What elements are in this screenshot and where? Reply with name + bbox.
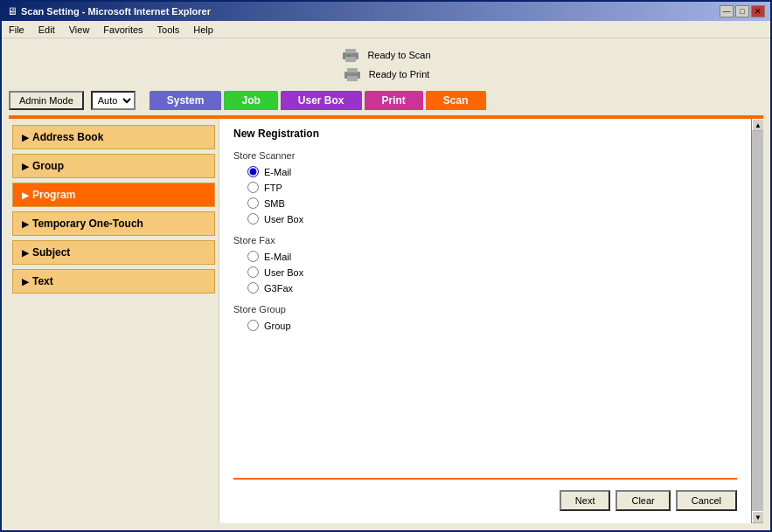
sidebar: ▶ Address Book ▶ Group ▶ Program ▶ Tempo… <box>9 119 219 523</box>
menu-help[interactable]: Help <box>190 24 217 36</box>
radio-email[interactable] <box>247 166 259 177</box>
svg-rect-2 <box>345 57 356 62</box>
menu-edit[interactable]: Edit <box>35 24 59 36</box>
printer-icon <box>343 66 362 82</box>
scroll-down-button[interactable]: ▼ <box>752 511 763 523</box>
menu-view[interactable]: View <box>66 24 94 36</box>
sidebar-label-text: Text <box>32 275 53 287</box>
scanner-email-label: E-Mail <box>264 167 291 177</box>
title-bar-left: 🖥 Scan Setting - Microsoft Internet Expl… <box>7 5 211 17</box>
radio-fax-userbox[interactable] <box>247 266 259 278</box>
tab-job[interactable]: Job <box>224 91 277 110</box>
svg-rect-5 <box>347 68 358 73</box>
menu-tools[interactable]: Tools <box>154 24 184 36</box>
scroll-track[interactable] <box>752 131 763 511</box>
radio-smb[interactable] <box>247 197 259 209</box>
scanner-ftp-label: FTP <box>264 183 282 193</box>
fax-g3fax-label: G3Fax <box>264 283 293 294</box>
sidebar-label-program: Program <box>32 189 75 201</box>
radio-ftp[interactable] <box>247 182 259 193</box>
sidebar-item-text[interactable]: ▶ Text <box>12 269 215 294</box>
sidebar-item-temporary-one-touch[interactable]: ▶ Temporary One-Touch <box>12 211 215 236</box>
radio-group[interactable] <box>247 320 259 331</box>
clear-button[interactable]: Clear <box>616 490 670 511</box>
store-fax-options: E-Mail User Box G3Fax <box>247 251 737 294</box>
main-layout: ▶ Address Book ▶ Group ▶ Program ▶ Tempo… <box>9 119 763 523</box>
sidebar-label-group: Group <box>32 160 64 172</box>
radio-userbox[interactable] <box>247 213 259 225</box>
store-fax-label: Store Fax <box>233 235 737 245</box>
scroll-up-button[interactable]: ▲ <box>752 119 763 131</box>
close-button[interactable]: ✕ <box>751 5 765 17</box>
fax-userbox-label: User Box <box>264 267 303 278</box>
scanner-option-smb[interactable]: SMB <box>247 197 737 209</box>
admin-mode-button[interactable]: Admin Mode <box>9 91 84 110</box>
sidebar-item-program[interactable]: ▶ Program <box>12 183 215 207</box>
menu-bar: File Edit View Favorites Tools Help <box>2 21 770 38</box>
sidebar-item-group[interactable]: ▶ Group <box>12 154 215 178</box>
arrow-icon-subject: ▶ <box>22 248 29 258</box>
action-buttons: Next Clear Cancel <box>233 487 737 515</box>
svg-rect-6 <box>347 76 358 81</box>
scanner-option-email[interactable]: E-Mail <box>247 166 737 177</box>
scanner-option-ftp[interactable]: FTP <box>247 182 737 193</box>
svg-rect-7 <box>350 74 351 76</box>
arrow-icon-text: ▶ <box>22 277 29 287</box>
store-scanner-options: E-Mail FTP SMB User Box <box>247 166 737 225</box>
title-buttons: — □ ✕ <box>720 5 765 17</box>
fax-option-userbox[interactable]: User Box <box>247 266 737 278</box>
next-button[interactable]: Next <box>560 490 611 511</box>
scanner-option-userbox[interactable]: User Box <box>247 213 737 225</box>
sidebar-label-address-book: Address Book <box>32 131 103 143</box>
sidebar-item-subject[interactable]: ▶ Subject <box>12 240 215 265</box>
arrow-icon-program: ▶ <box>22 190 29 200</box>
store-scanner-label: Store Scanner <box>233 150 737 161</box>
svg-rect-1 <box>345 49 356 53</box>
sidebar-item-address-book[interactable]: ▶ Address Book <box>12 125 215 149</box>
mode-select[interactable]: Auto <box>91 91 136 110</box>
scanner-icon <box>341 47 360 63</box>
title-bar: 🖥 Scan Setting - Microsoft Internet Expl… <box>2 2 770 21</box>
tab-navigation: System Job User Box Print Scan <box>150 91 486 110</box>
window-icon: 🖥 <box>7 5 17 17</box>
print-status-text: Ready to Print <box>369 69 430 79</box>
menu-favorites[interactable]: Favorites <box>100 24 146 36</box>
scan-status-row: Ready to Scan <box>341 47 430 63</box>
sidebar-label-subject: Subject <box>32 246 70 259</box>
fax-option-email[interactable]: E-Mail <box>247 251 737 262</box>
arrow-icon-group: ▶ <box>22 162 29 171</box>
scanner-userbox-label: User Box <box>264 214 303 225</box>
store-group-options: Group <box>247 320 737 331</box>
cancel-button[interactable]: Cancel <box>676 490 737 511</box>
group-label: Group <box>264 321 291 331</box>
print-status-row: Ready to Print <box>343 66 430 82</box>
radio-fax-email[interactable] <box>247 251 259 262</box>
main-panel: New Registration Store Scanner E-Mail FT… <box>219 119 751 523</box>
maximize-button[interactable]: □ <box>735 5 749 17</box>
tab-print[interactable]: Print <box>365 91 423 110</box>
group-option-group[interactable]: Group <box>247 320 737 331</box>
fax-email-label: E-Mail <box>264 252 291 262</box>
scanner-smb-label: SMB <box>264 198 285 209</box>
controls-row: Admin Mode Auto System Job User Box Prin… <box>9 91 763 110</box>
tab-scan[interactable]: Scan <box>426 91 486 110</box>
sidebar-label-temporary: Temporary One-Touch <box>32 218 143 230</box>
svg-rect-3 <box>348 55 350 57</box>
orange-divider-bottom <box>233 478 737 480</box>
arrow-icon-temporary: ▶ <box>22 219 29 229</box>
tab-system[interactable]: System <box>150 91 222 110</box>
minimize-button[interactable]: — <box>720 5 734 17</box>
scrollbar: ▲ ▼ <box>751 119 763 523</box>
tab-userbox[interactable]: User Box <box>281 91 362 110</box>
fax-option-g3fax[interactable]: G3Fax <box>247 282 737 294</box>
content-area: Ready to Scan Ready to Print Admin Mode … <box>2 38 770 530</box>
radio-fax-g3fax[interactable] <box>247 282 259 294</box>
arrow-icon-address-book: ▶ <box>22 133 29 142</box>
menu-file[interactable]: File <box>5 24 28 36</box>
store-group-label: Store Group <box>233 304 737 314</box>
main-window: 🖥 Scan Setting - Microsoft Internet Expl… <box>0 0 772 532</box>
scan-status-text: Ready to Scan <box>367 50 430 60</box>
panel-title: New Registration <box>233 128 737 140</box>
window-title: Scan Setting - Microsoft Internet Explor… <box>21 6 211 17</box>
status-area: Ready to Scan Ready to Print <box>9 45 763 84</box>
